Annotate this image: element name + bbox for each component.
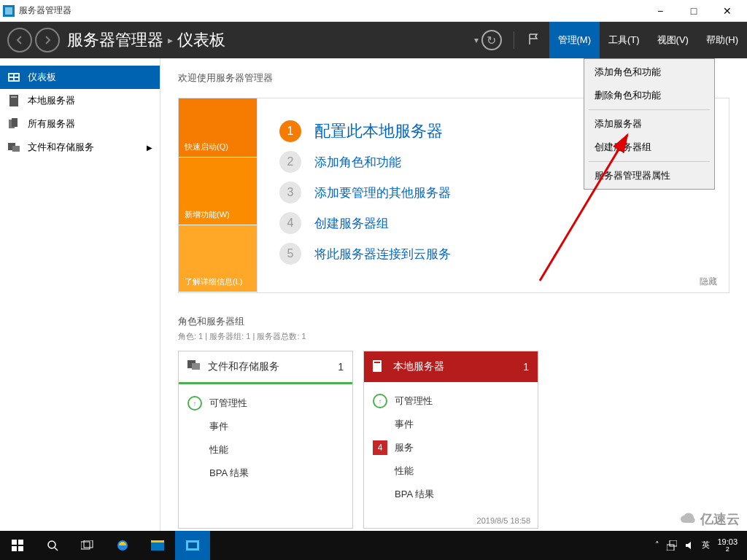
dashboard-icon [7, 71, 20, 83]
sidebar-item-local[interactable]: 本地服务器 [0, 89, 160, 112]
close-button[interactable]: ✕ [711, 0, 744, 22]
forward-button[interactable] [35, 28, 60, 52]
svg-rect-26 [151, 542, 164, 551]
tray-up-icon[interactable]: ˄ [655, 540, 659, 550]
task-label: 添加要管理的其他服务器 [314, 184, 451, 201]
svg-line-21 [55, 548, 58, 551]
svg-rect-19 [18, 546, 23, 551]
back-button[interactable] [7, 28, 32, 52]
card-row: BPA 结果 [395, 488, 434, 501]
chevron-right-icon: ▶ [147, 144, 152, 152]
svg-rect-3 [9, 78, 13, 80]
task-num: 1 [279, 120, 301, 142]
breadcrumb-app: 服务器管理器 [67, 29, 163, 51]
explorer-button[interactable] [140, 531, 175, 560]
servers-icon [7, 118, 20, 130]
svg-rect-29 [667, 545, 674, 551]
dd-add-server[interactable]: 添加服务器 [584, 112, 714, 136]
card-row: 可管理性 [209, 397, 247, 410]
sidebar-item-file[interactable]: 文件和存储服务 ▶ [0, 136, 160, 159]
status-ok-icon: ↑ [373, 394, 387, 408]
tray-ime[interactable]: 英 [702, 540, 710, 551]
tray-date[interactable]: 2 [717, 546, 738, 553]
menu-tools[interactable]: 工具(T) [600, 22, 649, 58]
task-label: 配置此本地服务器 [314, 120, 443, 142]
menu-view[interactable]: 视图(V) [649, 22, 697, 58]
app-icon [3, 5, 15, 17]
card-row: 性能 [395, 464, 414, 478]
maximize-button[interactable]: □ [677, 0, 711, 22]
sidebar-label: 仪表板 [28, 71, 56, 84]
dd-separator [589, 161, 710, 162]
flag-icon[interactable] [527, 33, 542, 47]
roles-heading: 角色和服务器组 [178, 315, 729, 328]
hide-link[interactable]: 隐藏 [700, 276, 717, 288]
tile-quickstart[interactable]: 快速启动(Q) [179, 98, 257, 158]
menu-help[interactable]: 帮助(H) [697, 22, 747, 58]
breadcrumb: 服务器管理器 ▸ 仪表板 [67, 29, 225, 51]
storage-icon [187, 360, 201, 373]
task-cloud[interactable]: 5将此服务器连接到云服务 [279, 243, 707, 265]
card-row: 事件 [209, 420, 228, 433]
start-button[interactable] [0, 531, 35, 560]
header-bar: 服务器管理器 ▸ 仪表板 ▾ ↻ 管理(M) 工具(T) 视图(V) 帮助(H) [0, 22, 747, 58]
task-num: 4 [279, 212, 301, 234]
task-label: 创建服务器组 [314, 215, 389, 232]
svg-rect-0 [8, 73, 20, 82]
svg-rect-6 [11, 96, 17, 98]
sidebar-item-all[interactable]: 所有服务器 [0, 112, 160, 136]
ie-button[interactable] [105, 531, 140, 560]
dd-separator [589, 109, 710, 110]
tile-whatsnew[interactable]: 新增功能(W) [179, 158, 257, 225]
svg-rect-30 [670, 540, 677, 546]
card-count: 1 [523, 361, 529, 373]
svg-rect-2 [15, 74, 18, 77]
task-label: 将此服务器连接到云服务 [314, 246, 451, 262]
task-create-group[interactable]: 4创建服务器组 [279, 212, 707, 234]
card-title: 本地服务器 [393, 360, 444, 373]
card-row: 事件 [395, 418, 414, 431]
menu-manage[interactable]: 管理(M) [549, 22, 600, 58]
card-row: 服务 [395, 441, 414, 454]
taskview-button[interactable] [70, 531, 105, 560]
dd-add-roles[interactable]: 添加角色和功能 [584, 61, 714, 84]
sidebar-label: 文件和存储服务 [28, 141, 94, 154]
svg-rect-8 [12, 118, 18, 127]
sidebar-item-dashboard[interactable]: 仪表板 [0, 66, 160, 89]
card-row: BPA 结果 [209, 467, 249, 480]
dd-properties[interactable]: 服务器管理器属性 [584, 164, 714, 187]
refresh-button[interactable]: ↻ [481, 30, 502, 50]
taskbar: ˄ 英 19:03 2 [0, 531, 747, 560]
watermark: 亿速云 [680, 510, 740, 528]
task-label: 添加角色和功能 [314, 154, 401, 171]
storage-icon [7, 141, 20, 153]
svg-rect-28 [188, 542, 197, 548]
svg-rect-18 [12, 546, 17, 551]
card-local-server[interactable]: 本地服务器 1 ↑可管理性 事件 4服务 性能 BPA 结果 2019/8/5 … [363, 351, 538, 529]
card-file-storage[interactable]: 文件和存储服务 1 ↑可管理性 事件 性能 BPA 结果 [178, 351, 353, 529]
tile-learnmore[interactable]: 了解详细信息(L) [179, 225, 257, 292]
task-num: 5 [279, 243, 301, 265]
status-error-badge: 4 [373, 440, 387, 455]
svg-rect-14 [374, 362, 380, 363]
card-row: 性能 [209, 443, 228, 456]
minimize-button[interactable]: − [643, 0, 677, 22]
manage-dropdown: 添加角色和功能 删除角色和功能 添加服务器 创建服务器组 服务器管理器属性 [584, 58, 715, 190]
card-timestamp: 2019/8/5 18:58 [364, 513, 538, 528]
task-num: 2 [279, 151, 301, 173]
window-title: 服务器管理器 [19, 4, 71, 17]
dropdown-caret-icon[interactable]: ▾ [474, 35, 479, 45]
card-row: 可管理性 [395, 394, 433, 408]
server-icon [7, 95, 20, 106]
svg-rect-17 [18, 540, 23, 545]
server-manager-button[interactable] [175, 531, 210, 560]
server-icon [373, 360, 386, 373]
search-button[interactable] [35, 531, 70, 560]
tray-volume-icon[interactable] [684, 540, 694, 551]
dd-remove-roles[interactable]: 删除角色和功能 [584, 84, 714, 107]
sidebar-label: 本地服务器 [28, 94, 75, 107]
tray-network-icon[interactable] [667, 540, 677, 551]
dd-create-group[interactable]: 创建服务器组 [584, 136, 714, 159]
svg-rect-1 [9, 74, 13, 77]
svg-rect-10 [12, 146, 20, 152]
